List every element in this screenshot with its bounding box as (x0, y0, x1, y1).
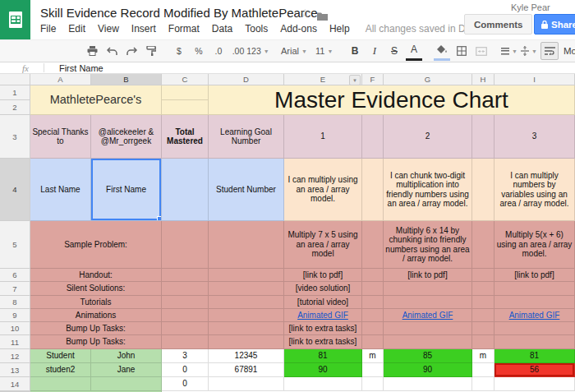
cell-i14[interactable] (494, 377, 575, 391)
cell-f5[interactable] (362, 221, 384, 269)
cell-label10[interactable]: Bump Up Tasks: (30, 322, 162, 335)
cell-e5[interactable]: Multiply 7 x 5 using an area / array mod… (284, 221, 362, 269)
row-header-10[interactable]: 10 (0, 322, 30, 335)
cell-h7[interactable] (472, 282, 494, 296)
col-header-a[interactable]: A (30, 74, 91, 85)
strikethrough-button[interactable]: S (386, 43, 402, 59)
cell-c12[interactable]: 3 (162, 349, 209, 363)
cell-b3[interactable]: @alicekeeler & @Mr_orrgeek (91, 115, 162, 159)
cell-c2[interactable] (162, 100, 209, 115)
cell-g3[interactable]: 2 (384, 115, 472, 159)
cell-e6[interactable]: [link to pdf] (284, 269, 362, 282)
cell-f10[interactable] (362, 322, 384, 335)
formula-input[interactable]: First Name (59, 63, 575, 73)
menu-file[interactable]: File (40, 23, 56, 35)
cell-a12[interactable]: Student (30, 349, 91, 363)
row-header-14[interactable]: 14 (0, 377, 30, 391)
cell-d3[interactable]: Learning Goal Number (209, 115, 284, 159)
cell-d9[interactable] (209, 309, 284, 322)
cell-b12[interactable]: John (91, 349, 162, 363)
cell-f6[interactable] (362, 269, 384, 282)
cell-c8[interactable] (162, 296, 209, 309)
row-header-6[interactable]: 6 (0, 269, 30, 282)
row-header-2[interactable]: 2 (0, 100, 30, 115)
cell-g11[interactable] (384, 335, 472, 349)
cell-h14[interactable] (472, 377, 494, 391)
col-header-f[interactable]: F (362, 74, 384, 85)
cell-c14[interactable]: 0 (162, 377, 209, 391)
cell-e9-link[interactable]: Animated GIF (284, 309, 362, 322)
cell-f11[interactable] (362, 335, 384, 349)
borders-button[interactable] (453, 43, 470, 59)
folder-icon[interactable] (317, 9, 328, 24)
row-header-9[interactable]: 9 (0, 309, 30, 322)
cell-e3[interactable]: 1 (284, 115, 362, 159)
cell-d13[interactable]: 67891 (209, 363, 284, 377)
more-button[interactable]: More▼ (570, 43, 575, 59)
cell-label7[interactable]: Silent Solutions: (30, 282, 162, 296)
cell-b14[interactable] (91, 377, 162, 391)
cell-label8[interactable]: Tutorials (30, 296, 162, 309)
cell-b13[interactable]: Jane (91, 363, 162, 377)
row-header-1[interactable]: 1 (0, 85, 30, 100)
star-icon[interactable]: ☆ (300, 7, 310, 20)
cell-d11[interactable] (209, 335, 284, 349)
column-dropdown-icon[interactable]: ▼ (349, 75, 361, 85)
cell-a3[interactable]: Special Thanks to (30, 115, 91, 159)
cell-i12[interactable]: 81 (494, 349, 575, 363)
cell-a4[interactable]: Last Name (30, 159, 91, 221)
cell-g8[interactable] (384, 296, 472, 309)
cell-h4[interactable] (472, 159, 494, 221)
cell-g14[interactable] (384, 377, 472, 391)
cell-g9-link[interactable]: Animated GIF (384, 309, 472, 322)
text-wrap-button[interactable] (540, 42, 559, 60)
cell-c5[interactable] (162, 221, 209, 269)
fill-color-button[interactable] (434, 41, 450, 61)
cell-label11[interactable]: Bump Up Tasks: (30, 335, 162, 349)
cell-f14[interactable] (362, 377, 384, 391)
cell-g10[interactable] (384, 322, 472, 335)
cell-i3[interactable]: 3 (494, 115, 575, 159)
share-button[interactable]: Share (534, 14, 575, 35)
cell-d4[interactable]: Student Number (209, 159, 284, 221)
cell-c9[interactable] (162, 309, 209, 322)
cell-f8[interactable] (362, 296, 384, 309)
cell-a13[interactable]: studen2 (30, 363, 91, 377)
bold-button[interactable]: B (347, 43, 363, 59)
cell-label9[interactable]: Animations (30, 309, 162, 322)
cell-g7[interactable] (384, 282, 472, 296)
cell-banner-main[interactable]: Master Evidence Chart (209, 85, 575, 115)
row-header-3[interactable]: 3 (0, 115, 30, 159)
increase-decimals-button[interactable]: .00 (230, 43, 246, 59)
cell-c11[interactable] (162, 335, 209, 349)
cell-i11[interactable] (494, 335, 575, 349)
percent-format-button[interactable]: % (191, 43, 207, 59)
cell-c4[interactable] (162, 159, 209, 221)
horizontal-align-button[interactable]: ▼ (501, 43, 518, 59)
cell-i9-link[interactable]: Animated GIF (494, 309, 575, 322)
cell-h3[interactable] (472, 115, 494, 159)
cell-d8[interactable] (209, 296, 284, 309)
cell-g13[interactable]: 90 (384, 363, 472, 377)
cell-c7[interactable] (162, 282, 209, 296)
cell-e11[interactable]: [link to extra tasks] (284, 335, 362, 349)
cell-c6[interactable] (162, 269, 209, 282)
row-header-8[interactable]: 8 (0, 296, 30, 309)
cell-e14[interactable] (284, 377, 362, 391)
cell-banner-left[interactable]: MathletePearce's (30, 85, 162, 115)
comments-button[interactable]: Comments (464, 14, 532, 35)
vertical-align-button[interactable]: ▼ (521, 43, 537, 59)
cell-g12[interactable]: 85 (384, 349, 472, 363)
cell-f3[interactable] (362, 115, 384, 159)
cell-g5[interactable]: Multiply 6 x 14 by chunking into friendl… (384, 221, 472, 269)
cell-f12[interactable]: m (362, 349, 384, 363)
cell-i13[interactable]: 56 (494, 363, 575, 377)
cell-h12[interactable]: m (472, 349, 494, 363)
menu-data[interactable]: Data (212, 23, 232, 35)
cell-i8[interactable] (494, 296, 575, 309)
cell-i7[interactable] (494, 282, 575, 296)
font-family-select[interactable]: Arial▼ (278, 43, 301, 59)
menu-format[interactable]: Format (168, 23, 200, 35)
document-title[interactable]: Skill Evidence Record Modified By Mathle… (40, 6, 318, 20)
cell-c10[interactable] (162, 322, 209, 335)
